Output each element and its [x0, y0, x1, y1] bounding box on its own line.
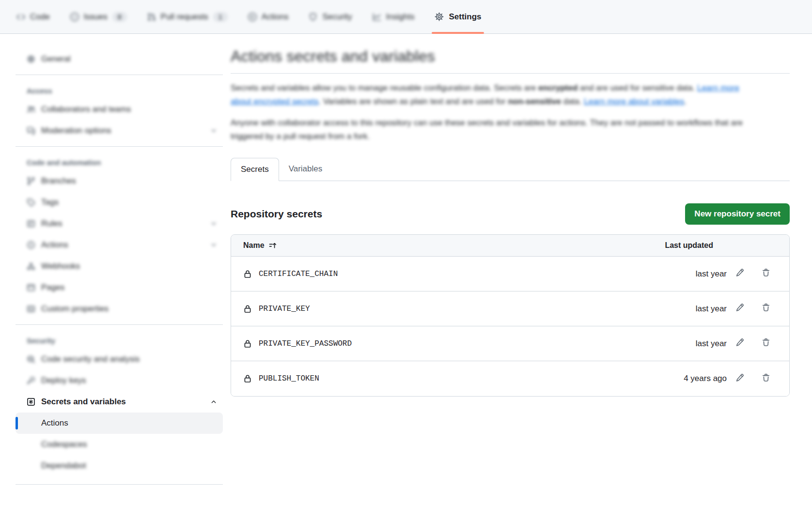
page-title: Actions secrets and variables — [231, 47, 790, 65]
edit-secret-button[interactable] — [727, 303, 753, 314]
secrets-variables-tabnav: Secrets Variables — [231, 158, 790, 181]
last-updated-column-header: Last updated — [665, 241, 713, 250]
sidebar-item-secrets-codespaces[interactable]: Codespaces — [16, 434, 223, 455]
git-pull-request-icon — [147, 13, 156, 21]
pencil-icon — [735, 303, 744, 314]
lock-icon — [243, 270, 252, 278]
sidebar-item-label: Branches — [41, 176, 76, 186]
webhook-icon — [27, 262, 35, 271]
sidebar-item-label: Actions — [41, 240, 68, 250]
secret-updated: last year — [696, 304, 727, 314]
pencil-icon — [735, 268, 744, 279]
name-column-header[interactable]: Name — [243, 241, 665, 250]
code-icon — [16, 13, 25, 21]
sidebar-item-label: Webhooks — [41, 261, 80, 271]
divider — [16, 324, 223, 325]
sidebar-item-label: Moderation options — [41, 126, 111, 136]
key-icon — [27, 376, 35, 385]
delete-secret-button[interactable] — [753, 338, 779, 349]
issues-count-badge: 8 — [112, 12, 127, 22]
people-icon — [27, 105, 35, 114]
tab-issues[interactable]: Issues 8 — [62, 0, 135, 33]
sidebar-item-label: Dependabot — [41, 461, 86, 471]
main-content: Actions secrets and variables Secrets an… — [231, 34, 790, 397]
issue-opened-icon — [70, 13, 79, 21]
chevron-down-icon — [210, 242, 217, 248]
sidebar-item-custom-properties[interactable]: Custom properties — [16, 298, 223, 320]
sidebar-item-label: Secrets and variables — [41, 397, 126, 407]
intro-text: . — [684, 97, 687, 106]
sidebar-item-secrets-and-variables[interactable]: Secrets and variables — [16, 391, 223, 413]
tab-security[interactable]: Security — [301, 0, 359, 33]
gear-icon — [27, 55, 35, 63]
divider — [16, 146, 223, 147]
settings-sidebar: General Access Collaborators and teams M… — [16, 34, 223, 489]
table-row: PRIVATE_KEY last year — [231, 291, 789, 326]
rules-icon — [27, 219, 35, 228]
sidebar-item-collaborators[interactable]: Collaborators and teams — [16, 99, 223, 120]
sidebar-item-secrets-dependabot[interactable]: Dependabot — [16, 455, 223, 476]
tab-code[interactable]: Code — [9, 0, 58, 33]
play-circle-icon — [27, 241, 35, 249]
sidebar-item-label: Custom properties — [41, 304, 109, 314]
repo-tab-bar: Code Issues 8 Pull requests 1 Actions Se… — [0, 0, 812, 34]
lock-icon — [243, 339, 252, 348]
new-repository-secret-button[interactable]: New repository secret — [685, 203, 790, 225]
table-row: PUBLISH_TOKEN 4 years ago — [231, 361, 789, 396]
sidebar-item-branches[interactable]: Branches — [16, 170, 223, 192]
chevron-up-icon — [210, 398, 217, 405]
link-variables[interactable]: Learn more about variables — [584, 97, 684, 106]
intro-text: . Variables are shown as plain text and … — [318, 97, 508, 106]
sidebar-item-rules[interactable]: Rules — [16, 213, 223, 234]
delete-secret-button[interactable] — [753, 268, 779, 279]
tab-variables[interactable]: Variables — [279, 158, 332, 181]
edit-secret-button[interactable] — [727, 338, 753, 349]
pencil-icon — [735, 338, 744, 349]
trash-icon — [762, 338, 770, 349]
sidebar-section-access: Access — [16, 80, 223, 99]
table-row: CERTIFICATE_CHAIN last year — [231, 257, 789, 291]
collaborator-access-paragraph: Anyone with collaborator access to this … — [231, 116, 744, 143]
active-tab-underline — [432, 32, 484, 34]
tab-label: Actions — [262, 12, 289, 22]
sidebar-item-code-security[interactable]: Code security and analysis — [16, 349, 223, 370]
comment-discussion-icon — [27, 126, 35, 135]
sidebar-item-moderation[interactable]: Moderation options — [16, 120, 223, 141]
sidebar-item-secrets-actions[interactable]: Actions — [16, 413, 223, 434]
table-row: PRIVATE_KEY_PASSWORD last year — [231, 326, 789, 361]
tab-secrets[interactable]: Secrets — [231, 158, 279, 181]
key-asterisk-icon — [27, 398, 35, 406]
sidebar-item-tags[interactable]: Tags — [16, 192, 223, 213]
sidebar-item-label: Code security and analysis — [41, 354, 140, 364]
edit-secret-button[interactable] — [727, 268, 753, 279]
play-circle-icon — [248, 13, 257, 21]
trash-icon — [762, 303, 770, 314]
delete-secret-button[interactable] — [753, 303, 779, 314]
tab-settings[interactable]: Settings — [427, 0, 489, 33]
secret-name: CERTIFICATE_CHAIN — [259, 270, 696, 278]
intro-text: Secrets and variables allow you to manag… — [231, 83, 538, 92]
intro-text: and are used for sensitive data. — [578, 83, 697, 92]
secret-updated: last year — [696, 339, 727, 349]
graph-icon — [373, 13, 381, 21]
sort-ascending-icon[interactable] — [269, 242, 277, 249]
edit-secret-button[interactable] — [727, 373, 753, 384]
sidebar-item-label: Rules — [41, 219, 62, 229]
intro-text: data. — [561, 97, 584, 106]
trash-icon — [762, 373, 770, 384]
sidebar-item-label: Pages — [41, 283, 64, 292]
sidebar-item-label: Actions — [41, 418, 68, 428]
sidebar-item-webhooks[interactable]: Webhooks — [16, 256, 223, 277]
secret-name: PUBLISH_TOKEN — [259, 374, 684, 383]
sidebar-item-deploy-keys[interactable]: Deploy keys — [16, 370, 223, 391]
sidebar-item-label: Deploy keys — [41, 376, 86, 385]
sidebar-item-actions[interactable]: Actions — [16, 234, 223, 256]
delete-secret-button[interactable] — [753, 373, 779, 384]
tab-pull-requests[interactable]: Pull requests 1 — [140, 0, 235, 33]
sidebar-item-general[interactable]: General — [16, 48, 223, 70]
secrets-table: Name Last updated CERTIFICATE_CHAIN last… — [231, 234, 790, 397]
tab-insights[interactable]: Insights — [365, 0, 422, 33]
tab-actions[interactable]: Actions — [240, 0, 297, 33]
sidebar-item-pages[interactable]: Pages — [16, 277, 223, 298]
secret-name: PRIVATE_KEY_PASSWORD — [259, 339, 696, 348]
